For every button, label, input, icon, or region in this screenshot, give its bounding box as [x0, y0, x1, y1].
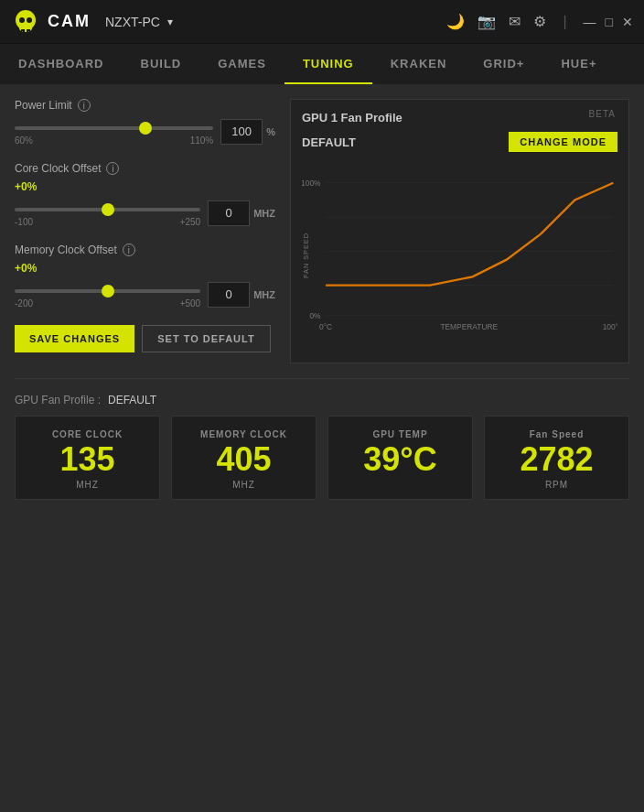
memory-clock-value-group: MHZ	[208, 282, 275, 308]
power-limit-unit: %	[266, 126, 275, 137]
core-clock-value-group: MHZ	[208, 200, 275, 226]
svg-rect-7	[28, 29, 30, 31]
mail-icon[interactable]: ✉	[509, 13, 521, 30]
minimize-button[interactable]: —	[584, 15, 596, 29]
stat-card-fan-speed: Fan Speed 2782 RPM	[484, 416, 629, 500]
titlebar-right: 🌙 📷 ✉ ⚙ | — □ ✕	[446, 13, 633, 30]
memory-clock-offset: +0%	[15, 262, 275, 275]
main-content: Power Limit i 60% 110% %	[0, 84, 644, 514]
core-clock-offset: +0%	[15, 180, 275, 193]
svg-point-2	[19, 17, 25, 23]
svg-text:TEMPERATURE: TEMPERATURE	[440, 322, 498, 331]
fan-profile-header: DEFAULT CHANGE MODE	[302, 132, 617, 152]
memory-clock-stat-unit: MHZ	[232, 480, 255, 490]
stat-card-memory-clock: MEMORY CLOCK 405 MHZ	[171, 416, 317, 500]
separator: |	[563, 14, 566, 30]
gpu-stats-section: GPU Fan Profile : DEFAULT CORE CLOCK 135…	[15, 394, 629, 500]
fan-speed-stat-unit: RPM	[545, 480, 568, 490]
power-limit-info-icon[interactable]: i	[78, 99, 91, 112]
moon-icon[interactable]: 🌙	[446, 13, 465, 30]
svg-rect-5	[27, 29, 28, 32]
memory-clock-input[interactable]	[208, 282, 250, 308]
top-section: Power Limit i 60% 110% %	[15, 99, 629, 363]
memory-clock-group: Memory Clock Offset i +0% -200 +500 MHZ	[15, 244, 275, 309]
svg-rect-4	[23, 29, 25, 32]
power-limit-value-group: %	[220, 119, 275, 145]
core-clock-input[interactable]	[208, 200, 250, 226]
window-controls: — □ ✕	[584, 15, 633, 29]
power-limit-slider-container: 60% 110%	[15, 117, 213, 146]
fan-speed-stat-label: Fan Speed	[530, 429, 585, 439]
nav-games[interactable]: GAMES	[199, 44, 284, 84]
stat-card-gpu-temp: GPU TEMP 39°C	[327, 416, 473, 500]
core-clock-group: Core Clock Offset i +0% -100 +250 MHZ	[15, 162, 275, 227]
memory-clock-stat-value: 405	[216, 443, 271, 476]
nav-hue[interactable]: HUE+	[542, 44, 615, 84]
svg-text:100°C: 100°C	[603, 322, 617, 331]
titlebar: CAM NZXT-PC ▾ 🌙 📷 ✉ ⚙ | — □ ✕	[0, 0, 644, 44]
power-limit-slider-row: 60% 110% %	[15, 117, 275, 146]
profile-name: DEFAULT	[302, 135, 356, 149]
svg-text:100%: 100%	[302, 179, 321, 188]
nav-kraken[interactable]: KRAKEN	[372, 44, 466, 84]
power-limit-label: Power Limit i	[15, 99, 275, 112]
gpu-section-header: GPU Fan Profile : DEFAULT	[15, 394, 629, 406]
memory-clock-slider[interactable]	[15, 289, 200, 293]
nav-dashboard[interactable]: DASHBOARD	[0, 44, 123, 84]
core-clock-slider[interactable]	[15, 208, 200, 211]
gpu-temp-stat-label: GPU TEMP	[372, 429, 427, 439]
core-clock-limits: -100 +250	[15, 217, 200, 227]
memory-clock-unit: MHZ	[253, 289, 275, 300]
core-clock-slider-container: -100 +250	[15, 199, 200, 227]
nav-build[interactable]: BUILD	[123, 44, 200, 84]
core-clock-stat-label: CORE CLOCK	[52, 429, 123, 439]
memory-clock-limits: -200 +500	[15, 298, 200, 309]
dropdown-arrow-icon[interactable]: ▾	[167, 16, 173, 28]
button-row: SAVE CHANGES SET TO DEFAULT	[15, 325, 275, 352]
core-clock-label: Core Clock Offset i	[15, 162, 275, 175]
app-name-logo: CAM	[48, 12, 91, 31]
gear-icon[interactable]: ⚙	[533, 13, 546, 30]
svg-text:0%: 0%	[309, 311, 321, 320]
fan-profile-panel: BETA GPU 1 Fan Profile DEFAULT CHANGE MO…	[290, 99, 629, 363]
beta-badge: BETA	[589, 109, 616, 119]
core-clock-unit: MHZ	[253, 208, 275, 219]
maximize-button[interactable]: □	[606, 15, 613, 29]
nav-grid[interactable]: GRID+	[465, 44, 542, 84]
core-clock-stat-value: 135	[59, 443, 114, 476]
core-clock-slider-row: -100 +250 MHZ	[15, 199, 275, 227]
memory-clock-label: Memory Clock Offset i	[15, 244, 275, 256]
close-button[interactable]: ✕	[622, 15, 633, 29]
left-panel: Power Limit i 60% 110% %	[15, 99, 275, 352]
skull-icon	[11, 7, 40, 37]
svg-text:FAN SPEED: FAN SPEED	[302, 233, 310, 278]
memory-clock-slider-row: -200 +500 MHZ	[15, 280, 275, 309]
svg-text:0°C: 0°C	[319, 322, 332, 331]
gpu-temp-stat-value: 39°C	[363, 443, 436, 476]
memory-clock-slider-container: -200 +500	[15, 280, 200, 309]
set-to-default-button[interactable]: SET TO DEFAULT	[142, 325, 271, 352]
power-limit-slider[interactable]	[15, 126, 213, 130]
fan-speed-stat-value: 2782	[520, 443, 593, 476]
power-limit-limits: 60% 110%	[15, 135, 213, 146]
section-divider	[15, 378, 629, 379]
app-logo: CAM	[11, 7, 91, 37]
save-changes-button[interactable]: SAVE CHANGES	[15, 325, 134, 352]
change-mode-button[interactable]: CHANGE MODE	[509, 132, 617, 152]
memory-clock-stat-label: MEMORY CLOCK	[200, 429, 287, 439]
svg-rect-6	[21, 29, 23, 31]
core-clock-info-icon[interactable]: i	[106, 162, 119, 175]
nav-tuning[interactable]: TUNING	[284, 44, 372, 84]
fan-profile-title: GPU 1 Fan Profile	[302, 111, 617, 125]
fan-chart: 100% 0% FAN SPEED 0°C TEMPERATURE 100°C	[302, 159, 617, 352]
fan-chart-svg: 100% 0% FAN SPEED 0°C TEMPERATURE 100°C	[302, 159, 617, 352]
camera-icon[interactable]: 📷	[478, 13, 496, 30]
memory-clock-info-icon[interactable]: i	[123, 244, 135, 256]
core-clock-stat-unit: MHZ	[76, 480, 99, 490]
navbar: DASHBOARD BUILD GAMES TUNING KRAKEN GRID…	[0, 44, 644, 84]
power-limit-group: Power Limit i 60% 110% %	[15, 99, 275, 146]
stats-row: CORE CLOCK 135 MHZ MEMORY CLOCK 405 MHZ …	[15, 416, 629, 500]
gpu-profile-name: DEFAULT	[108, 394, 156, 406]
pc-name: NZXT-PC	[105, 15, 160, 29]
power-limit-input[interactable]	[220, 119, 263, 145]
